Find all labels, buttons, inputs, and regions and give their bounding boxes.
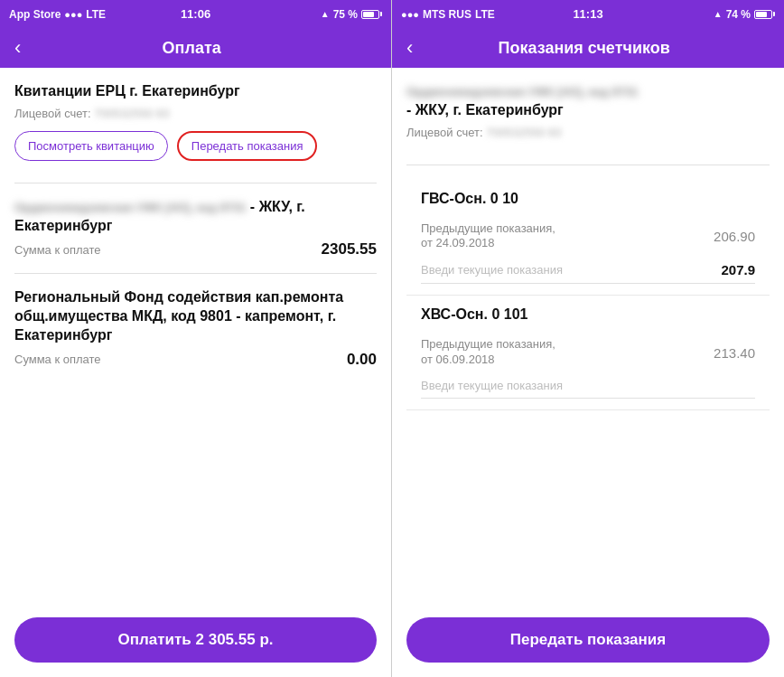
- zhku-title: Орджоникидзевская УЖК [АО], код 9731 - Ж…: [14, 198, 377, 236]
- erc-account-number: 700532550 83: [94, 107, 169, 120]
- nav-bar-right: ‹ Показания счетчиков: [392, 28, 784, 68]
- company-account-row: Лицевой счет: 700532550 83: [406, 126, 770, 139]
- back-button-left[interactable]: ‹: [14, 38, 21, 58]
- battery-label-right: 74 %: [726, 8, 751, 21]
- company-account-label: Лицевой счет:: [406, 126, 483, 139]
- company-suffix: - ЖКУ, г. Екатеринбург: [406, 102, 564, 118]
- content-left: Квитанции ЕРЦ г. Екатеринбург Лицевой сч…: [0, 68, 391, 608]
- hvs-prev-row: Предыдущие показания,от 06.09.2018 213.4…: [421, 332, 755, 373]
- hvs-prev-label: Предыдущие показания,от 06.09.2018: [421, 337, 555, 368]
- section-erc: Квитанции ЕРЦ г. Екатеринбург Лицевой сч…: [14, 82, 377, 183]
- gvs-title: ГВС-Осн. 0 10: [421, 191, 755, 207]
- page-title-left: Оплата: [28, 39, 355, 58]
- network-right: LTE: [475, 8, 495, 21]
- phone-left: App Store ●●● LTE 11:06 ▲ 75 % ‹ Оплата …: [0, 0, 392, 677]
- signal-icon-right: ●●●: [401, 9, 419, 20]
- company-title: Орджоникидзевская УЖК [АО], код 9731 - Ж…: [406, 82, 770, 120]
- zhku-amount-label: Сумма к оплате: [14, 243, 101, 257]
- kaprem-title: Региональный Фонд содействия кап.ремонта…: [14, 288, 377, 344]
- location-icon-right: ▲: [714, 9, 723, 19]
- gvs-prev-row: Предыдущие показания,от 24.09.2018 206.9…: [421, 216, 755, 258]
- battery-label: 75 %: [333, 8, 358, 21]
- erc-title: Квитанции ЕРЦ г. Екатеринбург: [14, 82, 377, 101]
- bottom-bar-right: Передать показания: [392, 608, 784, 677]
- zhku-amount-row: Сумма к оплате 2305.55: [14, 240, 377, 259]
- gvs-prev-label: Предыдущие показания,от 24.09.2018: [421, 221, 555, 252]
- view-receipt-button[interactable]: Посмотреть квитанцию: [14, 131, 168, 161]
- status-right-left-group: ●●● MTS RUS LTE: [401, 8, 495, 21]
- content-right: Орджоникидзевская УЖК [АО], код 9731 - Ж…: [392, 68, 784, 608]
- app-store-label: App Store: [9, 8, 61, 21]
- time-left: 11:06: [181, 7, 210, 21]
- company-account-number: 700532550 83: [486, 126, 561, 139]
- status-right-left: ▲ 75 %: [321, 8, 382, 21]
- phone-right: ●●● MTS RUS LTE 11:13 ▲ 74 % ‹ Показания…: [392, 0, 784, 677]
- carrier-right: MTS RUS: [423, 8, 471, 21]
- battery-icon-right: [754, 10, 775, 19]
- zhku-title-blurred: Орджоникидзевская УЖК [АО], код 9731: [14, 201, 246, 214]
- signal-icon: ●●●: [64, 9, 82, 20]
- bottom-bar-left: Оплатить 2 305.55 р.: [0, 608, 391, 677]
- battery-icon: [361, 10, 382, 19]
- status-bar-left: App Store ●●● LTE 11:06 ▲ 75 %: [0, 0, 391, 28]
- erc-button-row: Посмотреть квитанцию Передать показания: [14, 131, 377, 161]
- status-right-right-group: ▲ 74 %: [714, 8, 775, 21]
- hvs-prev-value: 213.40: [714, 345, 755, 361]
- hvs-input-row: Введи текущие показания: [421, 373, 755, 399]
- pay-button[interactable]: Оплатить 2 305.55 р.: [14, 617, 377, 663]
- time-right: 11:13: [573, 7, 602, 21]
- carrier-label: LTE: [86, 8, 106, 21]
- status-left: App Store ●●● LTE: [9, 8, 106, 21]
- erc-account-row: Лицевой счет: 700532550 83: [14, 107, 377, 120]
- submit-readings-button-1[interactable]: Передать показания: [177, 131, 318, 161]
- meter-gvs: ГВС-Осн. 0 10 Предыдущие показания,от 24…: [406, 180, 770, 296]
- erc-account-label: Лицевой счет:: [14, 107, 91, 120]
- submit-readings-button[interactable]: Передать показания: [406, 617, 770, 663]
- hvs-input-label: Введи текущие показания: [421, 379, 563, 392]
- kaprem-amount-row: Сумма к оплате 0.00: [14, 351, 377, 369]
- hvs-title: ХВС-Осн. 0 101: [421, 306, 755, 323]
- page-title-right: Показания счетчиков: [420, 39, 748, 58]
- gvs-input-value[interactable]: 207.9: [721, 262, 755, 277]
- meter-hvs: ХВС-Осн. 0 101 Предыдущие показания,от 0…: [406, 296, 770, 410]
- status-bar-right: ●●● MTS RUS LTE 11:13 ▲ 74 %: [392, 0, 784, 28]
- gvs-input-row: Введи текущие показания 207.9: [421, 257, 755, 284]
- gvs-prev-value: 206.90: [714, 229, 755, 244]
- kaprem-amount-label: Сумма к оплате: [14, 353, 101, 366]
- section-zhku: Орджоникидзевская УЖК [АО], код 9731 - Ж…: [14, 198, 377, 275]
- zhku-amount-value: 2305.55: [322, 240, 377, 259]
- gvs-input-label: Введи текущие показания: [421, 263, 563, 277]
- nav-bar-left: ‹ Оплата: [0, 28, 391, 68]
- location-icon: ▲: [321, 9, 330, 19]
- section-kaprem: Региональный Фонд содействия кап.ремонта…: [14, 288, 377, 382]
- company-blurred: Орджоникидзевская УЖК [АО], код 9731: [406, 85, 638, 99]
- company-header: Орджоникидзевская УЖК [АО], код 9731 - Ж…: [406, 82, 770, 165]
- back-button-right[interactable]: ‹: [406, 38, 413, 58]
- kaprem-amount-value: 0.00: [347, 351, 377, 369]
